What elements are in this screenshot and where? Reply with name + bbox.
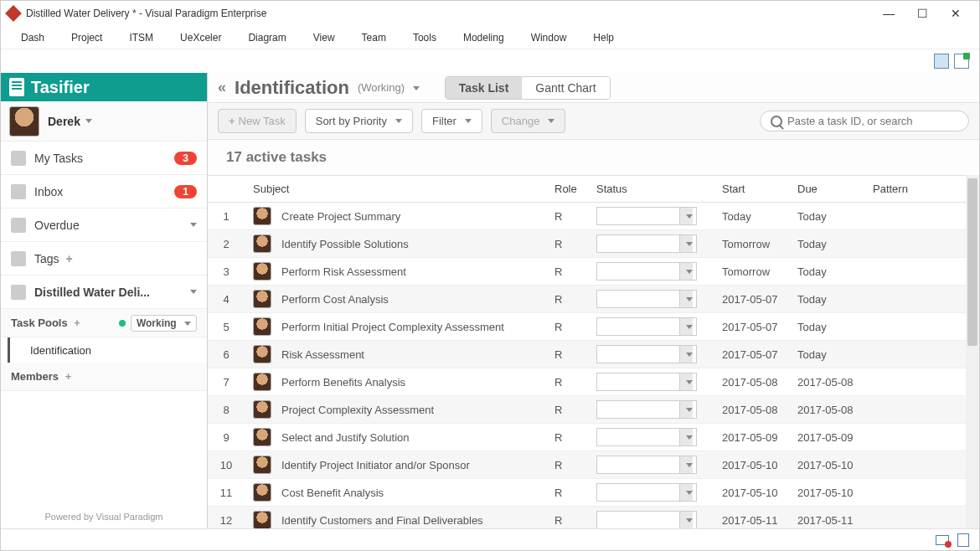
row-index: 12 <box>208 507 245 529</box>
working-dropdown[interactable]: Working <box>131 315 197 332</box>
status-dropdown[interactable] <box>596 511 697 528</box>
col-pattern[interactable]: Pattern <box>864 176 979 203</box>
task-start: Tomorrow <box>714 230 789 258</box>
page-subtitle[interactable]: (Working) <box>358 81 420 94</box>
sidebar-item-mytasks[interactable]: My Tasks 3 <box>1 142 207 175</box>
table-row[interactable]: 11Cost Benefit AnalysisR2017-05-102017-0… <box>208 479 979 507</box>
new-task-button[interactable]: + New Task <box>218 109 297 133</box>
app-icon <box>5 5 22 22</box>
tab-gantt-chart[interactable]: Gantt Chart <box>522 77 609 99</box>
task-start: 2017-05-07 <box>714 286 789 313</box>
status-dropdown[interactable] <box>596 262 697 281</box>
minimize-button[interactable]: — <box>872 2 905 25</box>
task-start: 2017-05-10 <box>714 479 789 507</box>
doc-icon[interactable] <box>957 533 969 547</box>
assignee-avatar <box>253 400 271 419</box>
toolbar-icon-2[interactable] <box>954 54 969 69</box>
table-row[interactable]: 3Perform Risk AssessmentRTomorrowToday <box>208 258 979 286</box>
task-role: R <box>546 230 588 258</box>
col-due[interactable]: Due <box>789 176 864 203</box>
assignee-avatar <box>253 262 271 281</box>
maximize-button[interactable]: ☐ <box>905 2 939 25</box>
toolbar-icon-1[interactable] <box>934 54 949 69</box>
sidebar-item-label: Distilled Water Deli... <box>34 286 185 299</box>
sidebar: Tasifier Derek My Tasks 3 Inbox 1 Overdu… <box>1 73 208 528</box>
menu-team[interactable]: Team <box>348 26 400 49</box>
sidebar-item-inbox[interactable]: Inbox 1 <box>1 175 207 209</box>
badge-count: 1 <box>174 185 197 198</box>
menu-window[interactable]: Window <box>518 26 580 49</box>
table-header-row: Subject Role Status Start Due Pattern <box>208 176 979 203</box>
sidebar-header: Tasifier <box>1 73 207 101</box>
col-status[interactable]: Status <box>588 176 714 203</box>
status-dropdown[interactable] <box>596 317 697 336</box>
task-start: 2017-05-11 <box>714 507 789 529</box>
sidebar-item-label: Overdue <box>34 219 185 232</box>
user-name: Derek <box>48 115 80 128</box>
scrollbar-thumb[interactable] <box>967 178 977 346</box>
col-subject[interactable]: Subject <box>245 176 546 203</box>
table-row[interactable]: 1Create Project SummaryRTodayToday <box>208 203 979 230</box>
table-row[interactable]: 8Project Complexity AssessmentR2017-05-0… <box>208 396 979 424</box>
status-dropdown[interactable] <box>596 483 697 502</box>
table-row[interactable]: 9Select and Justify SolutionR2017-05-092… <box>208 424 979 451</box>
vertical-scrollbar[interactable] <box>966 175 979 528</box>
window-title: Distilled Water Delivery * - Visual Para… <box>26 8 872 19</box>
table-row[interactable]: 12Identify Customers and Final Deliverab… <box>208 507 979 529</box>
status-dropdown[interactable] <box>596 373 697 391</box>
sort-button[interactable]: Sort by Priority <box>305 109 413 133</box>
task-pattern <box>864 341 979 368</box>
menu-modeling[interactable]: Modeling <box>450 26 518 49</box>
filter-button[interactable]: Filter <box>421 109 482 133</box>
table-row[interactable]: 7Perform Benefits AnalysisR2017-05-08201… <box>208 368 979 396</box>
status-dropdown[interactable] <box>596 428 697 446</box>
menu-itsm[interactable]: ITSM <box>116 26 167 49</box>
user-row[interactable]: Derek <box>1 101 207 142</box>
sidebar-item-project[interactable]: Distilled Water Deli... <box>1 276 207 309</box>
row-index: 4 <box>208 286 245 313</box>
search-input[interactable] <box>787 115 958 127</box>
close-button[interactable]: ✕ <box>939 2 972 25</box>
table-row[interactable]: 10Identify Project Initiator and/or Spon… <box>208 451 979 479</box>
task-start: Tomorrow <box>714 258 789 286</box>
tab-task-list[interactable]: Task List <box>446 77 523 99</box>
menu-help[interactable]: Help <box>580 26 627 49</box>
status-dropdown[interactable] <box>596 456 697 474</box>
status-dropdown[interactable] <box>596 290 697 308</box>
menu-uexceler[interactable]: UeXceler <box>167 26 235 49</box>
taskpool-identification[interactable]: Identification <box>8 337 207 363</box>
status-dropdown[interactable] <box>596 345 697 363</box>
subitem-label: Identification <box>30 344 91 357</box>
section-label: Task Pools + <box>11 317 80 329</box>
table-row[interactable]: 6Risk AssessmentR2017-05-07Today <box>208 341 979 368</box>
sidebar-item-tags[interactable]: Tags + <box>1 242 207 276</box>
status-dropdown[interactable] <box>596 400 697 419</box>
chevron-down-icon <box>85 119 92 123</box>
table-row[interactable]: 4Perform Cost AnalysisR2017-05-07Today <box>208 286 979 313</box>
menu-diagram[interactable]: Diagram <box>235 26 299 49</box>
task-start: 2017-05-07 <box>714 341 789 368</box>
back-button[interactable]: « <box>218 79 226 96</box>
task-pattern <box>864 203 979 230</box>
change-button[interactable]: Change <box>491 109 566 133</box>
members-header[interactable]: Members + <box>1 363 207 391</box>
col-role[interactable]: Role <box>546 176 588 203</box>
task-start: 2017-05-10 <box>714 451 789 479</box>
status-dropdown[interactable] <box>596 207 697 225</box>
overdue-icon <box>11 218 26 233</box>
menu-tools[interactable]: Tools <box>400 26 450 49</box>
task-pattern <box>864 507 979 529</box>
status-dropdown[interactable] <box>596 234 697 253</box>
mail-icon[interactable] <box>936 535 949 545</box>
col-start[interactable]: Start <box>714 176 789 203</box>
assignee-avatar <box>253 428 271 446</box>
window-titlebar: Distilled Water Delivery * - Visual Para… <box>1 1 979 26</box>
row-index: 6 <box>208 341 245 368</box>
table-row[interactable]: 2Identify Possible SolutionsRTomorrowTod… <box>208 230 979 258</box>
menu-view[interactable]: View <box>300 26 348 49</box>
sidebar-item-overdue[interactable]: Overdue <box>1 209 207 242</box>
menu-dash[interactable]: Dash <box>8 26 58 49</box>
search-box[interactable] <box>760 111 969 131</box>
table-row[interactable]: 5Perform Initial Project Complexity Asse… <box>208 313 979 341</box>
menu-project[interactable]: Project <box>58 26 116 49</box>
